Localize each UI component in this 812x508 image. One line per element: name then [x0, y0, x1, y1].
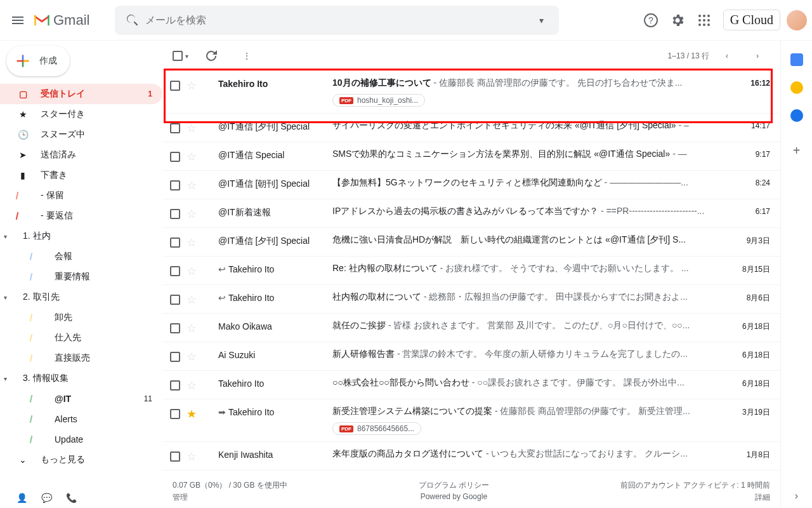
help-icon[interactable]: ?	[638, 8, 664, 33]
nav-hold[interactable]: - 保留	[0, 185, 162, 206]
nav-inbox[interactable]: ▢受信トレイ1	[0, 84, 162, 104]
nav-group-research[interactable]: ▾3. 情報収集	[0, 368, 162, 389]
row-checkbox[interactable]	[170, 180, 180, 190]
preview-text: - 総務部・広報担当の伊藤です。 田中課長からすでにお聞きおよ...	[421, 291, 688, 302]
email-row[interactable]: ☆ Takehiro Ito ○○株式会社○○部長から問い合わせ - ○○課長お…	[162, 371, 780, 399]
nav-research-update[interactable]: Update	[0, 429, 162, 450]
row-checkbox[interactable]	[170, 152, 180, 162]
clock-icon: 🕒	[16, 128, 29, 141]
nav-clients-supplier[interactable]: 仕入先	[0, 328, 162, 348]
row-checkbox[interactable]	[170, 380, 180, 391]
email-row[interactable]: ☆ @IT通信 [夕刊] Special 危機に強い日清食品HDが解説 新しい時…	[162, 228, 780, 257]
star-icon[interactable]: ☆	[187, 264, 197, 278]
menu-icon[interactable]	[5, 8, 30, 33]
row-checkbox[interactable]	[170, 295, 180, 305]
row-checkbox[interactable]	[170, 123, 180, 133]
email-row[interactable]: ☆ @IT新着速報 IPアドレスから過去の掲示板の書き込みがバレるって本当ですか…	[162, 199, 780, 228]
row-checkbox[interactable]	[170, 323, 180, 333]
svg-point-8	[698, 23, 701, 26]
nav-snoozed[interactable]: 🕒スヌーズ中	[0, 124, 162, 145]
email-row[interactable]: ☆ Mako Oikawa 就任のご挨拶 - 皆様 お疲れさまです。 営業部 及…	[162, 314, 780, 342]
search-input[interactable]	[145, 15, 528, 26]
email-row[interactable]: ★ ➡Takehiro Ito 新受注管理システム構築についての提案 - 佐藤部…	[162, 399, 780, 442]
calendar-icon[interactable]	[790, 53, 803, 66]
star-icon[interactable]: ☆	[187, 378, 197, 392]
subject-text: 就任のご挨拶	[332, 320, 386, 330]
email-row[interactable]: ☆ @IT通信 Special SMSで効果的なコミュニケーション方法を業界別、…	[162, 142, 780, 171]
prev-page-icon[interactable]: ‹	[714, 43, 740, 69]
account-avatar[interactable]	[787, 10, 807, 30]
apps-icon[interactable]	[691, 8, 717, 33]
email-row[interactable]: ☆ @IT通信 [朝刊] Special 【参加無料】5Gネットワークのセキュリ…	[162, 171, 780, 199]
search-icon[interactable]	[120, 8, 145, 33]
attachment-chip[interactable]: PDFhoshu_koji_oshi...	[332, 94, 425, 107]
star-icon[interactable]: ☆	[187, 321, 197, 335]
row-checkbox[interactable]	[170, 209, 180, 219]
row-checkbox[interactable]	[170, 409, 180, 419]
select-all-checkbox[interactable]: ▾	[173, 51, 188, 61]
nav-clients-direct[interactable]: 直接販売	[0, 348, 162, 368]
row-checkbox[interactable]	[170, 451, 180, 462]
nav-group-clients[interactable]: ▾2. 取引先	[0, 287, 162, 307]
star-icon[interactable]: ☆	[187, 350, 197, 364]
detail-link[interactable]: 詳細	[620, 492, 770, 503]
nav-internal-important[interactable]: 重要情報	[0, 267, 162, 287]
star-icon[interactable]: ☆	[187, 293, 197, 307]
svg-text:?: ?	[648, 15, 653, 25]
sender-name: @IT通信 [夕刊] Special	[218, 120, 332, 133]
email-row[interactable]: ☆ Takehiro Ito 10月の補修工事について - 佐藤部長 商品管理部…	[162, 71, 780, 114]
attachment-chip[interactable]: PDF867856645665...	[332, 422, 421, 435]
email-row[interactable]: ☆ ↩Takehiro Ito 社内報の取材について - 総務部・広報担当の伊藤…	[162, 285, 780, 314]
toolbar: ▾ ⋮ 1–13 / 13 行 ‹ ›	[162, 41, 780, 71]
phone-icon[interactable]: 📞	[66, 493, 77, 503]
more-icon[interactable]: ⋮	[234, 43, 259, 69]
row-checkbox[interactable]	[170, 266, 180, 276]
star-icon[interactable]: ☆	[187, 79, 197, 93]
email-row[interactable]: ☆ Ai Suzuki 新人研修報告書 - 営業課の鈴木です。 今年度の新人研修…	[162, 342, 780, 371]
star-icon[interactable]: ☆	[187, 121, 197, 135]
star-icon[interactable]: ☆	[187, 207, 197, 221]
row-checkbox[interactable]	[170, 352, 180, 362]
preview-text: - 佐藤部長 商品管理部の伊藤です。 先日の打ち合わせで決ま...	[431, 77, 683, 88]
gcloud-badge[interactable]: G Cloud	[723, 10, 780, 30]
star-icon[interactable]: ☆	[187, 450, 197, 464]
gmail-logo[interactable]: Gmail	[33, 12, 89, 29]
star-icon[interactable]: ☆	[187, 150, 197, 164]
collapse-panel-icon[interactable]: ›	[795, 490, 798, 502]
manage-link[interactable]: 管理	[173, 492, 287, 503]
contacts-icon[interactable]: 👤	[16, 493, 27, 503]
nav-group-internal[interactable]: ▾1. 社内	[0, 226, 162, 246]
email-row[interactable]: ☆ ↩Takehiro Ito Re: 社内報の取材について - お疲れ様です。…	[162, 257, 780, 285]
nav-reply-needed[interactable]: - 要返信	[0, 206, 162, 226]
nav-research-atit[interactable]: @IT11	[0, 389, 162, 409]
star-icon[interactable]: ☆	[187, 178, 197, 192]
nav-research-alerts[interactable]: Alerts	[0, 409, 162, 429]
nav-clients-sales[interactable]: 卸先	[0, 307, 162, 328]
star-icon: ★	[16, 108, 29, 121]
keep-icon[interactable]	[790, 81, 803, 94]
tasks-icon[interactable]	[790, 109, 803, 122]
settings-icon[interactable]	[665, 8, 690, 33]
nav-starred[interactable]: ★スター付き	[0, 104, 162, 124]
refresh-icon[interactable]	[199, 43, 224, 69]
star-icon[interactable]: ☆	[187, 236, 197, 250]
time-text: 6月18日	[732, 349, 770, 361]
policy-link[interactable]: プログラム ポリシー	[419, 480, 489, 491]
row-checkbox[interactable]	[170, 81, 180, 91]
time-text: 6月18日	[732, 320, 770, 332]
nav-sent[interactable]: ➤送信済み	[0, 145, 162, 165]
row-checkbox[interactable]	[170, 237, 180, 248]
search-bar[interactable]: ▾	[115, 6, 559, 35]
add-panel-icon[interactable]: +	[793, 144, 801, 158]
search-options-icon[interactable]: ▾	[528, 8, 554, 33]
compose-button[interactable]: 作成	[6, 46, 70, 76]
nav-internal-news[interactable]: 会報	[0, 246, 162, 267]
nav-more[interactable]: ⌄もっと見る	[0, 450, 162, 470]
star-icon[interactable]: ★	[187, 407, 197, 421]
hangouts-icon[interactable]: 💬	[41, 493, 52, 503]
next-page-icon[interactable]: ›	[745, 43, 770, 69]
email-row[interactable]: ☆ @IT通信 [夕刊] Special サイバーリスクの変遷とエンドポイントセ…	[162, 114, 780, 142]
email-row[interactable]: ☆ Kenji Iwashita 来年度版の商品カタログ送付について - いつも…	[162, 442, 780, 471]
nav-drafts[interactable]: ▮下書き	[0, 165, 162, 185]
time-text: 9月3日	[732, 234, 770, 246]
